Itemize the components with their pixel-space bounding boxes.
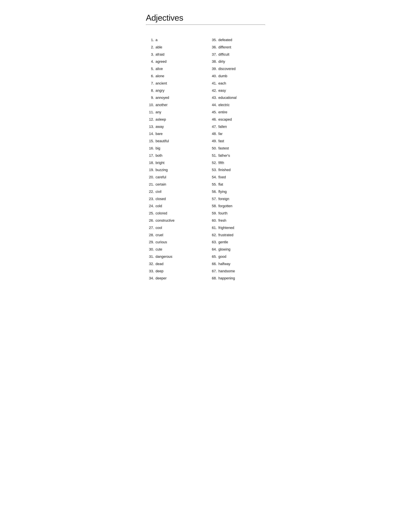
item-number: 39. bbox=[209, 66, 217, 71]
list-item: 22.civil bbox=[146, 189, 202, 194]
item-number: 58. bbox=[209, 204, 217, 209]
list-item: 56.flying bbox=[209, 189, 265, 194]
item-word: closed bbox=[156, 197, 166, 201]
list-item: 2.able bbox=[146, 45, 202, 50]
item-word: beautiful bbox=[156, 139, 169, 144]
item-number: 45. bbox=[209, 110, 217, 115]
item-word: fixed bbox=[218, 175, 226, 180]
item-number: 68. bbox=[209, 276, 217, 281]
item-number: 29. bbox=[146, 240, 154, 245]
item-number: 7. bbox=[146, 81, 154, 86]
item-word: another bbox=[156, 103, 168, 107]
item-word: deep bbox=[156, 269, 163, 274]
item-word: cruel bbox=[156, 233, 163, 238]
list-item: 33.deep bbox=[146, 269, 202, 274]
item-number: 31. bbox=[146, 254, 154, 259]
item-number: 37. bbox=[209, 52, 217, 57]
item-number: 61. bbox=[209, 225, 217, 230]
item-word: buzzing bbox=[156, 168, 168, 172]
item-word: alone bbox=[156, 74, 164, 79]
item-number: 62. bbox=[209, 233, 217, 238]
item-word: cute bbox=[156, 247, 162, 252]
item-word: bright bbox=[156, 161, 164, 165]
column-right: 35.defeated36.different37.difficult38.di… bbox=[209, 38, 265, 283]
item-word: cool bbox=[156, 225, 162, 230]
list-item: 16.big bbox=[146, 146, 202, 151]
item-word: different bbox=[218, 45, 231, 50]
item-word: defeated bbox=[218, 38, 232, 43]
list-item: 45.entire bbox=[209, 110, 265, 115]
list-item: 65.good bbox=[209, 254, 265, 259]
list-item: 9.annoyed bbox=[146, 95, 202, 100]
item-word: civil bbox=[156, 189, 161, 194]
list-item: 12.asleep bbox=[146, 117, 202, 122]
item-number: 10. bbox=[146, 103, 154, 107]
item-number: 28. bbox=[146, 233, 154, 238]
list-item: 3.afraid bbox=[146, 52, 202, 57]
list-item: 37.difficult bbox=[209, 52, 265, 57]
list-item: 1.a bbox=[146, 38, 202, 43]
item-word: fourth bbox=[218, 211, 227, 216]
list-item: 53.finished bbox=[209, 168, 265, 172]
list-item: 44.electric bbox=[209, 103, 265, 107]
item-number: 48. bbox=[209, 131, 217, 136]
item-number: 5. bbox=[146, 66, 154, 71]
item-number: 24. bbox=[146, 204, 154, 209]
item-number: 21. bbox=[146, 182, 154, 187]
item-word: discovered bbox=[218, 66, 235, 71]
item-word: fast bbox=[218, 139, 224, 144]
item-word: easy bbox=[218, 88, 226, 93]
item-number: 3. bbox=[146, 52, 154, 57]
item-number: 63. bbox=[209, 240, 217, 245]
item-word: dead bbox=[156, 261, 163, 266]
item-number: 44. bbox=[209, 103, 217, 107]
list-item: 34.deeper bbox=[146, 276, 202, 281]
list-item: 26.constructive bbox=[146, 218, 202, 223]
list-item: 36.different bbox=[209, 45, 265, 50]
list-item: 42.easy bbox=[209, 88, 265, 93]
item-word: dangerous bbox=[156, 254, 172, 259]
item-word: able bbox=[156, 45, 162, 50]
item-word: foreign bbox=[218, 197, 229, 201]
item-word: constructive bbox=[156, 218, 174, 223]
list-item: 27.cool bbox=[146, 225, 202, 230]
item-number: 20. bbox=[146, 175, 154, 180]
item-word: escaped bbox=[218, 117, 232, 122]
item-number: 47. bbox=[209, 124, 217, 129]
item-number: 22. bbox=[146, 189, 154, 194]
item-word: frightened bbox=[218, 225, 234, 230]
item-number: 35. bbox=[209, 38, 217, 43]
list-item: 40.dumb bbox=[209, 74, 265, 79]
item-number: 60. bbox=[209, 218, 217, 223]
item-word: both bbox=[156, 153, 162, 158]
page-title: Adjectives bbox=[146, 13, 265, 23]
column-left: 1.a2.able3.afraid4.agreed5.alive6.alone7… bbox=[146, 38, 202, 283]
list-item: 11.any bbox=[146, 110, 202, 115]
item-word: big bbox=[156, 146, 160, 151]
item-word: fallen bbox=[218, 124, 227, 129]
item-word: alive bbox=[156, 66, 163, 71]
item-word: fastest bbox=[218, 146, 229, 151]
item-number: 9. bbox=[146, 95, 154, 100]
item-word: good bbox=[218, 254, 226, 259]
item-word: cold bbox=[156, 204, 162, 209]
item-word: careful bbox=[156, 175, 166, 180]
list-item: 60.fresh bbox=[209, 218, 265, 223]
item-number: 2. bbox=[146, 45, 154, 50]
item-word: educational bbox=[218, 95, 237, 100]
item-number: 32. bbox=[146, 261, 154, 266]
item-number: 49. bbox=[209, 139, 217, 144]
item-word: flying bbox=[218, 189, 227, 194]
item-number: 40. bbox=[209, 74, 217, 79]
list-item: 6.alone bbox=[146, 74, 202, 79]
item-word: frustrated bbox=[218, 233, 234, 238]
item-number: 38. bbox=[209, 59, 217, 64]
list-item: 14.bare bbox=[146, 131, 202, 136]
item-number: 59. bbox=[209, 211, 217, 216]
item-word: angry bbox=[156, 88, 164, 93]
item-number: 33. bbox=[146, 269, 154, 274]
item-number: 26. bbox=[146, 218, 154, 223]
item-number: 36. bbox=[209, 45, 217, 50]
item-number: 52. bbox=[209, 161, 217, 165]
list-item: 38.dirty bbox=[209, 59, 265, 64]
